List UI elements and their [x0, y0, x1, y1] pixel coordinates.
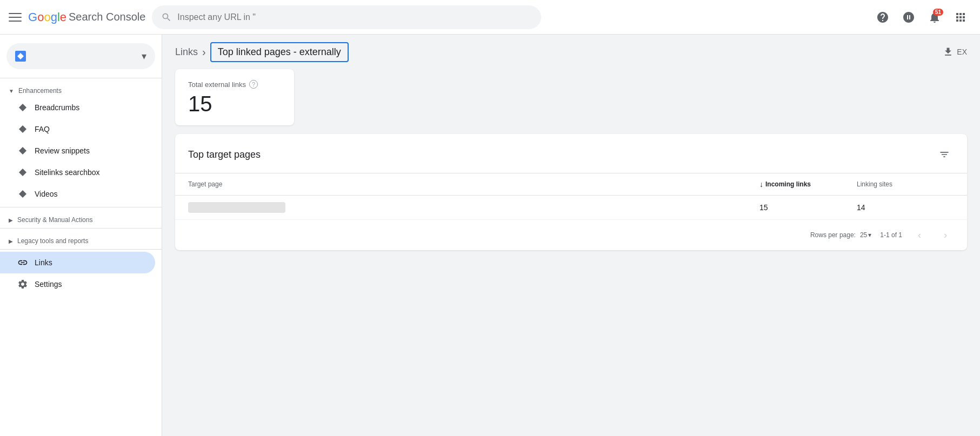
table-footer: Rows per page: 25 ▾ 1-1 of 1 ‹ ›	[175, 220, 967, 250]
rows-select-chevron: ▾	[868, 231, 871, 239]
collapse-arrow: ▼	[9, 88, 14, 94]
chevron-down-icon: ▾	[142, 50, 146, 62]
sidebar-item-label: FAQ	[35, 125, 50, 133]
export-label: EX	[957, 48, 967, 56]
logo-google: Google	[28, 10, 66, 24]
sidebar-section-enhancements[interactable]: ▼ Enhancements	[0, 81, 162, 97]
sidebar-divider-1	[0, 78, 162, 78]
account-button[interactable]	[898, 6, 919, 28]
col-header-target-page[interactable]: Target page	[188, 180, 759, 189]
incoming-links-cell: 15	[759, 203, 857, 212]
sidebar-divider-3	[0, 228, 162, 229]
download-icon	[943, 46, 954, 57]
sidebar-item-links-label: Links	[35, 258, 52, 267]
sidebar-item-label: Videos	[35, 190, 58, 198]
sidebar-divider-4	[0, 249, 162, 250]
rows-per-page-label: Rows per page:	[810, 231, 856, 239]
logo-product: Search Console	[69, 11, 145, 23]
stats-label: Total external links ?	[188, 80, 281, 89]
table-row: 15 14	[175, 196, 967, 220]
diamond-icon-videos	[19, 190, 26, 198]
app-header: Google Search Console 51	[0, 0, 980, 35]
breadcrumb-bar: Links › Top linked pages - externally EX	[162, 35, 980, 69]
sidebar-item-faq[interactable]: FAQ	[0, 118, 155, 140]
table-card-header: Top target pages	[175, 134, 967, 173]
property-icon	[15, 51, 26, 62]
rows-per-page-select[interactable]: 25 ▾	[860, 231, 871, 239]
section-label-enhancements: Enhancements	[18, 87, 62, 95]
apps-icon	[954, 11, 967, 24]
sidebar-item-settings-label: Settings	[35, 280, 62, 289]
diamond-icon-faq	[19, 125, 26, 133]
col-label-incoming-links: Incoming links	[765, 180, 811, 188]
header-icons: 51	[872, 6, 971, 28]
url-blurred	[188, 202, 285, 213]
prev-page-button[interactable]: ‹	[911, 226, 928, 244]
sidebar-section-security[interactable]: ▶ Security & Manual Actions	[0, 210, 162, 226]
stats-label-text: Total external links	[188, 81, 246, 89]
sidebar: ▾ ▼ Enhancements Breadcrumbs FAQ Review …	[0, 35, 162, 436]
app-logo: Google Search Console	[28, 10, 145, 24]
col-label-target-page: Target page	[188, 180, 222, 188]
breadcrumb-actions: EX	[943, 46, 967, 57]
sidebar-item-settings[interactable]: Settings	[0, 273, 155, 295]
rows-per-page-value: 25	[860, 231, 867, 239]
filter-icon	[939, 149, 950, 160]
section-label-security: Security & Manual Actions	[17, 216, 92, 224]
stats-card: Total external links ? 15	[175, 69, 294, 125]
diamond-icon-review	[19, 147, 26, 155]
search-input[interactable]	[177, 12, 532, 22]
breadcrumb-current: Top linked pages - externally	[210, 42, 349, 62]
sidebar-item-breadcrumbs[interactable]: Breadcrumbs	[0, 97, 155, 118]
help-icon	[876, 11, 889, 24]
settings-icon	[17, 279, 28, 290]
hamburger-menu[interactable]	[9, 11, 22, 24]
table-card: Top target pages Target page ↓ Incoming …	[175, 134, 967, 250]
help-button[interactable]	[872, 6, 894, 28]
diamond-icon-sitelinks	[19, 169, 26, 176]
sidebar-item-label: Sitelinks searchbox	[35, 168, 100, 177]
sidebar-item-label: Review snippets	[35, 146, 90, 155]
sidebar-item-review-snippets[interactable]: Review snippets	[0, 140, 155, 162]
sidebar-item-links[interactable]: Links	[0, 252, 155, 273]
export-button[interactable]: EX	[943, 46, 967, 57]
filter-button[interactable]	[935, 145, 954, 164]
links-icon	[17, 257, 28, 268]
url-cell[interactable]	[188, 202, 759, 213]
expand-arrow-legacy: ▶	[9, 238, 13, 244]
diamond-icon-breadcrumbs	[19, 104, 26, 111]
search-icon	[161, 12, 172, 23]
main-content: Links › Top linked pages - externally EX…	[162, 35, 980, 436]
app-body: ▾ ▼ Enhancements Breadcrumbs FAQ Review …	[0, 35, 980, 436]
breadcrumb-separator: ›	[202, 46, 206, 58]
account-icon	[902, 11, 915, 24]
stats-value: 15	[188, 93, 281, 115]
col-header-linking-sites[interactable]: Linking sites	[857, 180, 954, 189]
notification-badge: 51	[933, 9, 943, 16]
section-label-legacy: Legacy tools and reports	[17, 237, 88, 245]
next-page-button[interactable]: ›	[937, 226, 954, 244]
rows-per-page: Rows per page: 25 ▾	[810, 231, 871, 239]
help-icon[interactable]: ?	[249, 80, 258, 89]
apps-button[interactable]	[950, 6, 971, 28]
table-title: Top target pages	[188, 149, 261, 160]
sidebar-section-legacy[interactable]: ▶ Legacy tools and reports	[0, 231, 162, 247]
content-area: Total external links ? 15 Top target pag…	[162, 69, 980, 263]
linking-sites-cell: 14	[857, 203, 954, 212]
notifications-button[interactable]: 51	[924, 6, 945, 28]
page-info: 1-1 of 1	[880, 231, 902, 239]
breadcrumb-parent[interactable]: Links	[175, 46, 198, 58]
sidebar-divider-2	[0, 207, 162, 207]
table-header-row: Target page ↓ Incoming links Linking sit…	[175, 173, 967, 196]
sidebar-item-videos[interactable]: Videos	[0, 183, 155, 205]
sidebar-item-sitelinks-searchbox[interactable]: Sitelinks searchbox	[0, 162, 155, 183]
sidebar-item-label: Breadcrumbs	[35, 103, 79, 112]
search-bar[interactable]	[152, 5, 541, 29]
property-selector[interactable]: ▾	[6, 43, 155, 69]
expand-arrow: ▶	[9, 217, 13, 223]
col-header-incoming-links[interactable]: ↓ Incoming links	[759, 180, 857, 189]
sort-down-icon: ↓	[759, 180, 763, 189]
col-label-linking-sites: Linking sites	[857, 180, 892, 188]
